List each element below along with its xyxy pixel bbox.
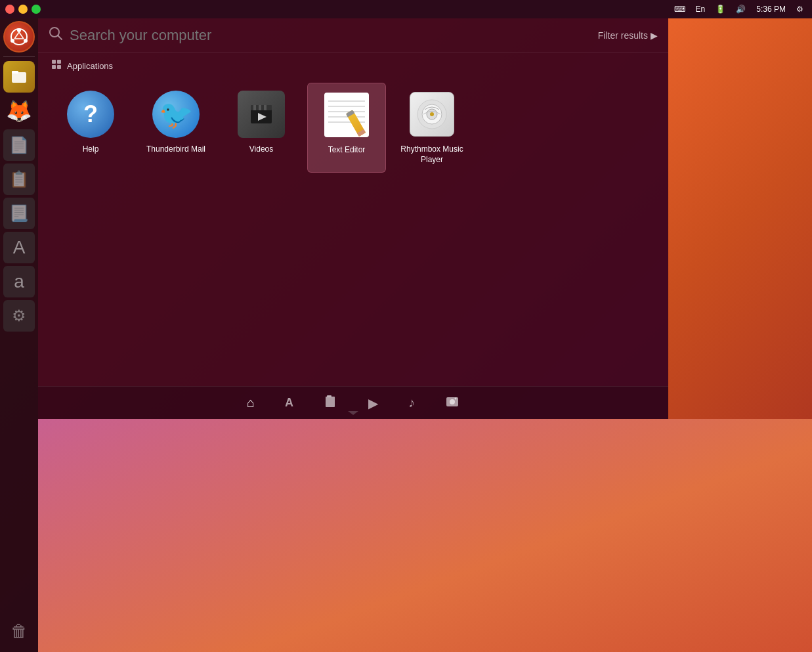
svg-rect-11 — [52, 60, 56, 64]
thunderbird-app-icon: 🐦 — [152, 91, 200, 138]
filter-results-button[interactable]: Filter results ▶ — [598, 30, 658, 41]
applications-icon — [51, 59, 62, 72]
search-icon — [49, 26, 63, 44]
content-spacer — [38, 179, 668, 407]
system-bar: ⌨ En 🔋 🔊 5:36 PM ⚙ — [0, 0, 812, 18]
help-app-icon: ? — [67, 91, 114, 138]
launcher-firefox-icon[interactable]: 🦊 — [3, 95, 35, 127]
section-header: Applications — [38, 53, 668, 76]
svg-line-10 — [58, 36, 62, 40]
launcher-trash-icon[interactable]: 🗑 — [3, 615, 35, 647]
filter-home[interactable]: ⌂ — [242, 393, 260, 413]
app-item-videos[interactable]: Videos — [222, 83, 301, 173]
svg-rect-26 — [326, 397, 335, 407]
launcher-doc3-icon[interactable]: 📃 — [3, 198, 35, 229]
videos-app-icon — [238, 91, 285, 138]
system-tray: ⌨ En 🔋 🔊 5:36 PM ⚙ — [671, 3, 812, 15]
svg-point-30 — [455, 398, 457, 400]
svg-point-24 — [430, 112, 434, 116]
svg-rect-27 — [327, 395, 331, 397]
keyboard-layout[interactable]: En — [693, 3, 709, 15]
window-controls — [5, 5, 41, 14]
minimize-button[interactable] — [18, 5, 28, 14]
filter-applications[interactable]: A — [280, 393, 299, 412]
svg-rect-8 — [12, 71, 18, 74]
launcher-ubuntu-button[interactable] — [3, 21, 35, 53]
chevron-right-icon: ▶ — [651, 30, 658, 41]
help-app-label: Help — [83, 144, 99, 155]
filter-music[interactable]: ♪ — [403, 393, 420, 413]
filter-photos[interactable] — [440, 391, 465, 414]
app-grid: ? Help 🐦 Thunderbird Mail — [38, 76, 668, 179]
svg-point-3 — [11, 39, 14, 43]
svg-rect-17 — [253, 105, 256, 110]
battery-icon: 🔋 — [712, 3, 729, 15]
svg-rect-7 — [12, 72, 26, 83]
ubuntu-logo — [5, 22, 33, 51]
app-item-thunderbird[interactable]: 🐦 Thunderbird Mail — [137, 83, 215, 173]
svg-point-29 — [450, 399, 455, 404]
launcher-settings-icon[interactable]: ⚙ — [3, 300, 35, 332]
launcher-doc1-icon[interactable]: 📄 — [3, 129, 35, 161]
close-button[interactable] — [5, 5, 14, 14]
app-item-rhythmbox[interactable]: Rhythmbox Music Player — [393, 83, 471, 173]
app-item-texteditor[interactable]: Text Editor — [307, 83, 386, 173]
volume-icon[interactable]: 🔊 — [733, 3, 749, 15]
svg-rect-12 — [57, 60, 61, 64]
launcher-files-icon[interactable] — [3, 61, 35, 93]
svg-rect-18 — [259, 105, 261, 110]
app-item-help[interactable]: ? Help — [51, 83, 130, 173]
launcher-font-icon[interactable]: A — [3, 232, 35, 263]
svg-rect-13 — [52, 65, 56, 69]
filter-video[interactable]: ▶ — [363, 393, 383, 414]
rhythmbox-app-icon — [408, 91, 456, 138]
search-input[interactable] — [70, 27, 598, 44]
launcher-divider — [3, 56, 35, 57]
svg-point-2 — [24, 39, 28, 43]
svg-point-1 — [17, 28, 21, 32]
dash-overlay: Filter results ▶ Applications ? Help 🐦 T… — [38, 18, 668, 419]
maximize-button[interactable] — [32, 5, 41, 14]
section-label: Applications — [67, 61, 113, 71]
texteditor-app-icon — [323, 91, 370, 139]
launcher-doc2-icon[interactable]: 📋 — [3, 163, 35, 195]
search-bar: Filter results ▶ — [38, 18, 668, 53]
launcher-dictionary-icon[interactable]: a — [3, 266, 35, 297]
svg-line-5 — [14, 32, 19, 39]
accessibility-icon[interactable]: ⚙ — [793, 3, 807, 15]
filter-files[interactable] — [318, 391, 343, 414]
unity-launcher: 🦊 📄 📋 📃 A a ⚙ 🗑 — [0, 18, 38, 652]
rhythmbox-app-label: Rhythmbox Music Player — [398, 144, 466, 165]
svg-line-4 — [19, 32, 24, 39]
input-icon[interactable]: ⌨ — [671, 3, 689, 15]
thunderbird-app-label: Thunderbird Mail — [146, 144, 205, 155]
svg-rect-14 — [57, 65, 61, 69]
clock[interactable]: 5:36 PM — [753, 3, 789, 15]
desktop-right-area — [668, 18, 812, 419]
texteditor-app-label: Text Editor — [328, 145, 366, 156]
filter-bar: ⌂ A ▶ ♪ — [38, 386, 668, 419]
desktop-lower-area — [38, 419, 812, 652]
videos-app-label: Videos — [249, 144, 273, 155]
svg-rect-19 — [264, 105, 267, 110]
